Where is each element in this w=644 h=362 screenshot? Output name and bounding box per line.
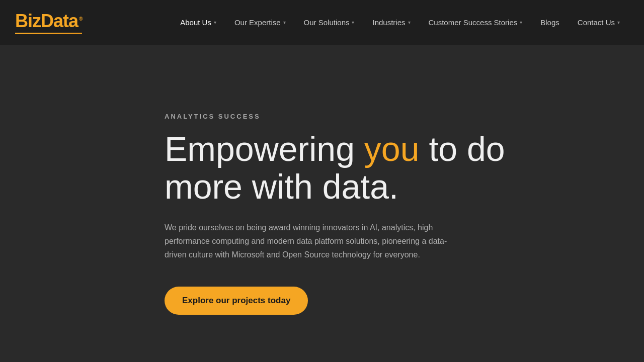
nav-item-blogs[interactable]: Blogs bbox=[531, 13, 569, 32]
chevron-down-icon: ▾ bbox=[352, 20, 354, 25]
nav-item-success[interactable]: Customer Success Stories ▾ bbox=[420, 13, 532, 32]
logo-part1: Biz bbox=[15, 11, 41, 31]
nav-links: About Us ▾ Our Expertise ▾ Our Solutions… bbox=[171, 13, 629, 32]
nav-link-solutions[interactable]: Our Solutions ▾ bbox=[295, 13, 364, 32]
chevron-down-icon: ▾ bbox=[617, 20, 620, 25]
nav-link-blogs[interactable]: Blogs bbox=[531, 13, 569, 32]
navbar: BizData® About Us ▾ Our Expertise ▾ Our … bbox=[0, 0, 644, 45]
hero-headline: Empowering you to do more with data. bbox=[165, 130, 517, 206]
logo-trademark: ® bbox=[79, 16, 82, 22]
hero-section: ANALYTICS SUCCESS Empowering you to do m… bbox=[0, 45, 644, 362]
logo[interactable]: BizData® bbox=[15, 11, 82, 34]
nav-item-expertise[interactable]: Our Expertise ▾ bbox=[225, 13, 295, 32]
nav-item-contact[interactable]: Contact Us ▾ bbox=[569, 13, 629, 32]
nav-link-expertise[interactable]: Our Expertise ▾ bbox=[225, 13, 295, 32]
logo-underline bbox=[15, 33, 82, 34]
hero-content: ANALYTICS SUCCESS Empowering you to do m… bbox=[165, 113, 517, 315]
nav-link-industries[interactable]: Industries ▾ bbox=[363, 13, 419, 32]
headline-part1: Empowering bbox=[165, 130, 364, 168]
nav-item-about[interactable]: About Us ▾ bbox=[171, 13, 225, 32]
logo-part2: Data bbox=[41, 11, 78, 31]
chevron-down-icon: ▾ bbox=[214, 20, 216, 25]
cta-button[interactable]: Explore our projects today bbox=[165, 287, 308, 315]
chevron-down-icon: ▾ bbox=[408, 20, 411, 25]
hero-description: We pride ourselves on being award winnin… bbox=[165, 221, 466, 262]
nav-link-about[interactable]: About Us ▾ bbox=[171, 13, 225, 32]
nav-link-contact[interactable]: Contact Us ▾ bbox=[569, 13, 629, 32]
analytics-label: ANALYTICS SUCCESS bbox=[165, 113, 517, 120]
chevron-down-icon: ▾ bbox=[283, 20, 286, 25]
nav-link-success[interactable]: Customer Success Stories ▾ bbox=[420, 13, 532, 32]
nav-item-industries[interactable]: Industries ▾ bbox=[363, 13, 419, 32]
nav-item-solutions[interactable]: Our Solutions ▾ bbox=[295, 13, 364, 32]
headline-highlight: you bbox=[364, 130, 420, 168]
chevron-down-icon: ▾ bbox=[520, 20, 522, 25]
